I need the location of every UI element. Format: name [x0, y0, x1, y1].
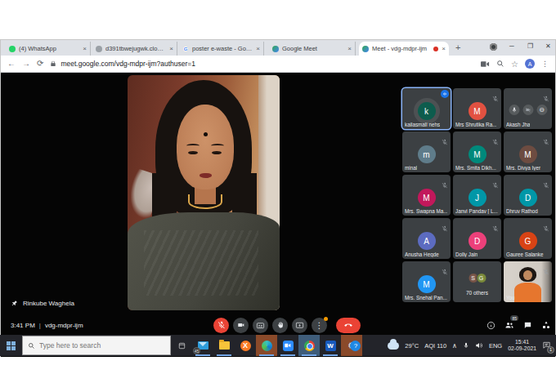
tile-mic-button[interactable] — [509, 105, 519, 115]
avatar: M — [469, 145, 486, 163]
chat-icon — [523, 321, 532, 330]
participant-count-badge: 85 — [510, 315, 518, 321]
meeting-details-button[interactable] — [486, 321, 495, 330]
tab-close-icon[interactable]: × — [83, 45, 87, 52]
camera-toggle-button[interactable] — [233, 318, 249, 333]
minimize-button[interactable]: ─ — [509, 42, 514, 50]
tray-language[interactable]: ENG — [489, 342, 502, 350]
activities-button[interactable] — [541, 320, 551, 330]
help-icon[interactable]: ? — [350, 341, 361, 351]
tab-close-icon[interactable]: × — [256, 45, 260, 52]
new-tab-button[interactable]: + — [455, 42, 460, 52]
separator: | — [39, 322, 41, 329]
start-button[interactable] — [0, 335, 22, 356]
avatar: J — [469, 189, 486, 207]
taskbar-word[interactable]: W — [320, 335, 341, 356]
participant-tile[interactable]: MMrs Shrutika Ra... — [453, 88, 501, 129]
camera-in-use-icon[interactable] — [481, 60, 490, 68]
tab-close-icon[interactable]: × — [169, 45, 173, 52]
tray-mic-icon[interactable] — [463, 341, 469, 350]
audio-indicator-icon — [441, 90, 449, 98]
back-button[interactable]: ← — [7, 60, 16, 68]
task-view-button[interactable] — [171, 335, 192, 356]
avatar-initial: D — [525, 194, 531, 203]
participant-tile[interactable]: kkailasmali nehs — [402, 88, 451, 129]
participant-name: You — [506, 295, 515, 301]
taskbar-xampp[interactable]: X — [235, 335, 256, 356]
participant-tile[interactable]: mminal — [402, 131, 451, 172]
weather-temp[interactable]: 29°C — [405, 342, 419, 350]
mic-toggle-button[interactable] — [213, 318, 229, 333]
whatsapp-icon — [9, 46, 16, 52]
participant-tile[interactable]: MMrs. Snehal Pan... — [402, 261, 451, 302]
maximize-button[interactable]: ❐ — [527, 42, 533, 50]
close-button[interactable]: ✕ — [545, 42, 551, 50]
avatar-initial: m — [423, 150, 429, 159]
taskbar-explorer[interactable] — [213, 335, 235, 356]
action-center-button[interactable]: 1 — [542, 341, 551, 351]
avatar-initial: D — [474, 237, 480, 246]
tray-expand-icon[interactable]: ∧ — [452, 342, 457, 350]
profile-avatar[interactable]: A — [525, 59, 535, 69]
taskbar-mail[interactable]: 45 — [192, 335, 213, 356]
tab-google-meet[interactable]: Google Meet × — [269, 42, 356, 56]
avatar: G — [519, 232, 537, 250]
taskbar-search[interactable] — [22, 336, 171, 355]
reload-button[interactable]: ⟳ — [37, 60, 43, 68]
taskbar-chrome[interactable] — [298, 335, 320, 356]
meet-stage: Rinkube Waghela kkailasmali nehsMMrs Shr… — [1, 73, 555, 357]
present-button[interactable] — [292, 318, 307, 333]
more-options-button[interactable]: ⋮ — [312, 318, 327, 333]
avatar: M — [418, 275, 436, 293]
participant-tile[interactable]: JJanvi Pandav [ L... — [453, 175, 501, 216]
desktop-screen: (4) WhatsApp × d391tbwejugwk.cloudfront.… — [0, 0, 556, 392]
tab-google-search[interactable]: G poster e-waste - Google Sea × — [179, 42, 264, 56]
taskbar-zoom[interactable] — [277, 335, 298, 356]
participant-tile[interactable]: GGauree Salanke — [504, 218, 552, 259]
participant-tile[interactable]: AAnusha Hegde — [402, 218, 451, 259]
participants-button[interactable]: 85 — [504, 320, 514, 330]
lock-icon — [50, 60, 56, 67]
weather-aqi[interactable]: AQI 110 — [424, 342, 446, 350]
raise-hand-button[interactable] — [272, 318, 288, 333]
tile-camera-off-button[interactable] — [522, 105, 533, 115]
portrait-brow — [186, 144, 200, 148]
mic-off-icon — [492, 177, 499, 192]
bookmark-star-icon[interactable]: ☆ — [511, 60, 518, 69]
tab-cloudfront[interactable]: d391tbwejugwk.cloudfront.n × — [92, 42, 177, 56]
participant-name: Mrs. Snehal Pan... — [405, 295, 447, 301]
zoom-icon[interactable] — [496, 60, 504, 68]
end-call-button[interactable] — [336, 318, 361, 333]
tile-more-button[interactable]: ⊖ — [536, 105, 547, 115]
address-bar[interactable]: meet.google.com/vdg-mdpr-ijm?authuser=1 — [50, 60, 474, 68]
captions-button[interactable] — [253, 318, 268, 333]
avatar: k — [418, 102, 436, 120]
tray-clock[interactable]: 15:41 02-09-2021 — [508, 339, 536, 353]
avatar: D — [519, 189, 537, 207]
tab-whatsapp[interactable]: (4) WhatsApp × — [6, 42, 91, 56]
participant-tile[interactable]: MMrs. Swapna Ma... — [402, 175, 451, 216]
tray-volume-icon[interactable] — [475, 341, 483, 350]
participant-tile[interactable]: SG70 others — [453, 261, 501, 302]
participant-name: Dolly Jain — [455, 252, 478, 257]
main-video-feed[interactable] — [128, 75, 280, 310]
taskbar-edge[interactable] — [256, 335, 277, 356]
tab-close-icon[interactable]: × — [442, 45, 446, 52]
tab-close-icon[interactable]: × — [348, 45, 352, 52]
zoom-app-icon — [283, 341, 294, 351]
forward-button[interactable]: → — [22, 60, 30, 68]
chat-button[interactable] — [523, 321, 532, 330]
participant-tile[interactable]: MMrs. Smita Dikh... — [453, 131, 501, 172]
participant-tile[interactable]: ⊖Akash Jha — [504, 88, 552, 129]
participant-name: kailasmali nehs — [405, 122, 440, 127]
participant-tile[interactable]: DDolly Jain — [453, 218, 501, 259]
participant-tile[interactable]: You — [504, 261, 552, 302]
browser-menu-icon[interactable]: ⋮ — [541, 60, 549, 68]
participant-tile[interactable]: MMrs. Divya Iyer — [504, 131, 552, 172]
search-input[interactable] — [39, 341, 146, 350]
clock-time: 15:41 — [515, 339, 529, 345]
tab-meet-active[interactable]: Meet - vdg-mdpr-ijm × — [359, 42, 449, 56]
tile-hover-controls: ⊖ — [509, 105, 547, 115]
pinned-name: Rinkube Waghela — [23, 300, 74, 307]
participant-tile[interactable]: DDhruv Rathod — [504, 175, 552, 216]
